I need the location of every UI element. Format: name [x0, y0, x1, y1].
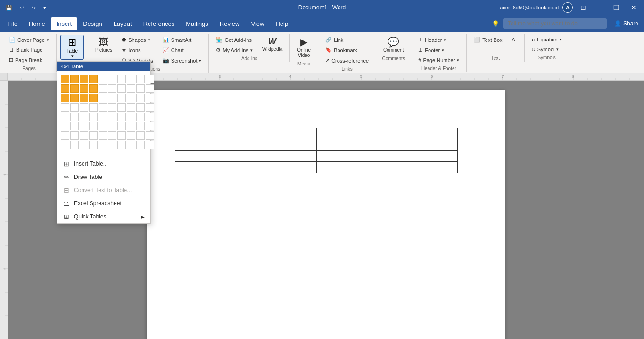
- grid-cell[interactable]: [117, 113, 126, 121]
- text-more-btn[interactable]: ⋯: [509, 45, 520, 55]
- customize-qat-btn[interactable]: ▾: [41, 4, 48, 12]
- grid-cell[interactable]: [70, 75, 79, 83]
- page-break-btn[interactable]: ⊟ Page Break: [6, 55, 52, 65]
- grid-cell[interactable]: [61, 113, 69, 121]
- grid-cell[interactable]: [70, 131, 79, 140]
- grid-cell[interactable]: [117, 131, 126, 140]
- text-box-btn[interactable]: ⬜ Text Box: [471, 35, 505, 45]
- grid-cell[interactable]: [89, 75, 98, 83]
- ribbon-display-btn[interactable]: ⊡: [577, 2, 590, 13]
- grid-cell[interactable]: [146, 131, 154, 140]
- redo-qat-btn[interactable]: ↪: [30, 4, 38, 12]
- shapes-btn[interactable]: ⬟ Shapes▾: [118, 35, 157, 45]
- grid-cell[interactable]: [80, 122, 88, 130]
- icons-btn[interactable]: ★ Icons: [118, 45, 157, 55]
- grid-cell[interactable]: [61, 103, 69, 112]
- grid-cell[interactable]: [99, 94, 107, 102]
- grid-cell[interactable]: [89, 122, 98, 130]
- grid-cell[interactable]: [108, 75, 116, 83]
- screenshot-btn[interactable]: 📷 Screenshot▾: [159, 56, 205, 65]
- grid-cell[interactable]: [127, 131, 135, 140]
- search-input[interactable]: [503, 18, 607, 29]
- wikipedia-btn[interactable]: W Wikipedia: [259, 35, 286, 54]
- undo-qat-btn[interactable]: ↩: [18, 4, 26, 12]
- grid-cell[interactable]: [61, 122, 69, 130]
- grid-cell[interactable]: [136, 75, 145, 83]
- insert-table-item[interactable]: ⊞ Insert Table...: [57, 157, 150, 170]
- grid-cell[interactable]: [117, 141, 126, 149]
- grid-cell[interactable]: [136, 84, 145, 93]
- menu-view[interactable]: View: [245, 17, 270, 30]
- grid-cell[interactable]: [108, 103, 116, 112]
- grid-cell[interactable]: [146, 84, 154, 93]
- grid-cell[interactable]: [127, 122, 135, 130]
- grid-cell[interactable]: [146, 141, 154, 149]
- grid-cell[interactable]: [127, 103, 135, 112]
- grid-cell[interactable]: [146, 103, 154, 112]
- grid-cell[interactable]: [108, 113, 116, 121]
- grid-cell[interactable]: [127, 141, 135, 149]
- grid-cell[interactable]: [108, 122, 116, 130]
- pictures-btn[interactable]: 🖼 Pictures: [92, 35, 116, 55]
- excel-spreadsheet-item[interactable]: 🗃 Excel Spreadsheet: [57, 197, 150, 210]
- grid-cell[interactable]: [117, 103, 126, 112]
- grid-cell[interactable]: [61, 84, 69, 93]
- grid-cell[interactable]: [146, 122, 154, 130]
- grid-cell[interactable]: [136, 113, 145, 121]
- menu-references[interactable]: References: [138, 17, 180, 30]
- grid-cell[interactable]: [61, 75, 69, 83]
- grid-cell[interactable]: [99, 141, 107, 149]
- grid-cell[interactable]: [80, 84, 88, 93]
- share-button[interactable]: 👤Share: [611, 18, 642, 29]
- grid-cell[interactable]: [70, 84, 79, 93]
- header-btn[interactable]: ⊤ Header▾: [415, 35, 462, 45]
- grid-cell[interactable]: [146, 113, 154, 121]
- grid-cell[interactable]: [89, 131, 98, 140]
- grid-cell[interactable]: [99, 122, 107, 130]
- grid-cell[interactable]: [80, 113, 88, 121]
- grid-cell[interactable]: [117, 84, 126, 93]
- grid-cell[interactable]: [136, 94, 145, 102]
- grid-cell[interactable]: [89, 141, 98, 149]
- minimize-btn[interactable]: ─: [594, 2, 606, 13]
- grid-cell[interactable]: [117, 75, 126, 83]
- grid-cell[interactable]: [99, 113, 107, 121]
- grid-cell[interactable]: [108, 94, 116, 102]
- grid-cell[interactable]: [99, 84, 107, 93]
- grid-cell[interactable]: [146, 75, 154, 83]
- grid-cell[interactable]: [70, 122, 79, 130]
- grid-cell[interactable]: [127, 94, 135, 102]
- grid-cell[interactable]: [80, 131, 88, 140]
- blank-page-btn[interactable]: 🗋 Blank Page: [6, 45, 52, 55]
- menu-layout[interactable]: Layout: [108, 17, 138, 30]
- grid-cell[interactable]: [70, 94, 79, 102]
- grid-cell[interactable]: [99, 131, 107, 140]
- bookmark-btn[interactable]: 🔖 Bookmark: [322, 45, 372, 55]
- grid-cell[interactable]: [136, 103, 145, 112]
- smartart-btn[interactable]: 📊 SmartArt: [159, 35, 205, 45]
- grid-cell[interactable]: [136, 122, 145, 130]
- grid-cell[interactable]: [99, 103, 107, 112]
- grid-cell[interactable]: [61, 141, 69, 149]
- grid-cell[interactable]: [108, 84, 116, 93]
- grid-cell[interactable]: [136, 141, 145, 149]
- page-number-btn[interactable]: # Page Number▾: [415, 56, 462, 65]
- grid-cell[interactable]: [127, 113, 135, 121]
- grid-cell[interactable]: [117, 94, 126, 102]
- grid-cell[interactable]: [108, 131, 116, 140]
- grid-cell[interactable]: [89, 113, 98, 121]
- grid-cell[interactable]: [127, 75, 135, 83]
- menu-home[interactable]: Home: [23, 17, 51, 30]
- menu-file[interactable]: File: [2, 17, 23, 30]
- cover-page-btn[interactable]: 📄 Cover Page▾: [6, 35, 52, 45]
- grid-cell[interactable]: [80, 94, 88, 102]
- grid-cell[interactable]: [136, 131, 145, 140]
- text-color-btn[interactable]: A: [509, 35, 520, 44]
- grid-cell[interactable]: [61, 131, 69, 140]
- grid-cell[interactable]: [99, 75, 107, 83]
- close-btn[interactable]: ✕: [627, 2, 640, 13]
- grid-cell[interactable]: [80, 103, 88, 112]
- grid-cell[interactable]: [61, 94, 69, 102]
- grid-cell[interactable]: [70, 113, 79, 121]
- grid-cell[interactable]: [108, 141, 116, 149]
